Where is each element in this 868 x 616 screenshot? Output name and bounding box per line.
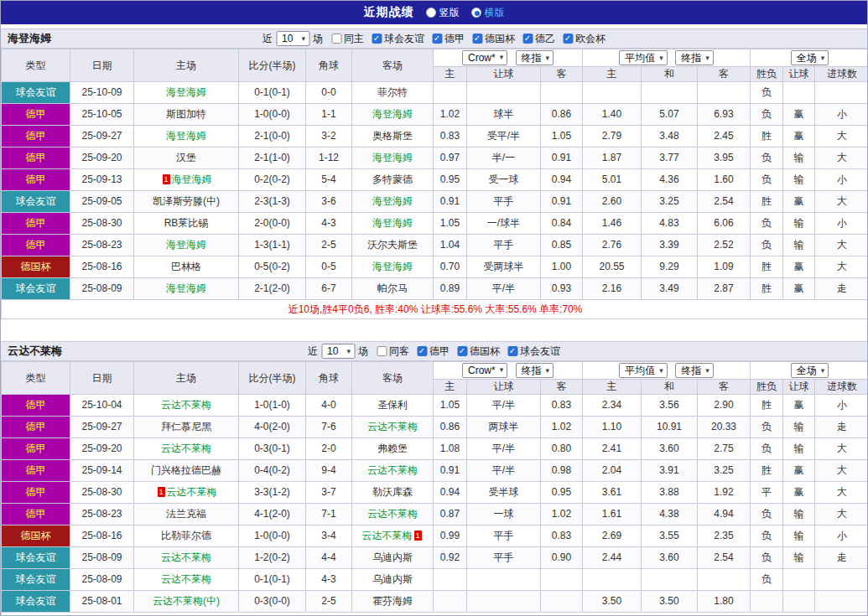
score-cell[interactable]: 3-3(1-2): [239, 482, 306, 504]
team-link[interactable]: 沃尔夫斯堡: [367, 239, 418, 251]
league-filter-checkbox[interactable]: ✓德甲: [417, 344, 450, 359]
team-link[interactable]: 海登海姆: [372, 152, 413, 163]
league-filter-checkbox[interactable]: ✓德甲: [432, 32, 465, 46]
team-link[interactable]: 海登海姆: [172, 173, 212, 185]
score-cell[interactable]: 2-1(1-0): [239, 148, 306, 169]
team-link[interactable]: 海登海姆: [166, 86, 206, 98]
team-link[interactable]: 云达不莱梅: [161, 399, 211, 411]
match-count-select[interactable]: 10▾: [321, 344, 355, 359]
team-link[interactable]: 云达不莱梅: [367, 508, 418, 520]
team-link[interactable]: 比勒菲尔德: [161, 530, 211, 541]
score-cell[interactable]: 1-3(1-1): [239, 235, 306, 256]
team-link[interactable]: 奥格斯堡: [372, 130, 413, 142]
league-filter-checkbox[interactable]: ✓球会友谊: [372, 32, 424, 46]
scope-select[interactable]: 全场▾: [791, 50, 829, 65]
league-filter-checkbox[interactable]: ✓欧会杯: [563, 32, 606, 46]
layout-option-vertical[interactable]: 竖版: [426, 6, 460, 20]
layout-option-horizontal[interactable]: 横版: [471, 6, 505, 20]
score-cell[interactable]: 4-0(2-0): [239, 417, 306, 438]
team-link[interactable]: 凯泽斯劳滕(中): [153, 195, 220, 207]
team-link[interactable]: 云达不莱梅: [161, 443, 211, 454]
score-cell[interactable]: 0-1(0-1): [239, 569, 306, 591]
team-link[interactable]: 多特蒙德: [372, 173, 413, 185]
ah-home-odds-cell: 0.95: [434, 169, 467, 191]
ah-bookmaker-select[interactable]: Crow*▾: [462, 50, 507, 65]
league-filter-checkbox[interactable]: 同主: [331, 32, 364, 46]
league-filter-checkbox[interactable]: ✓球会友谊: [507, 344, 560, 359]
ah-line-cell: 平/半: [467, 438, 541, 460]
away-team-cell: 乌迪内斯: [352, 569, 434, 591]
handicap-result-cell: 赢: [783, 395, 815, 417]
league-filter-checkbox[interactable]: ✓德国杯: [457, 344, 500, 359]
team-link[interactable]: 帕尔马: [377, 282, 408, 294]
team-link[interactable]: 云达不莱梅: [161, 551, 211, 563]
team-link[interactable]: 巴林格: [171, 261, 201, 272]
score-cell[interactable]: 2-1(0-0): [239, 126, 306, 148]
team-link[interactable]: 云达不莱梅: [362, 530, 413, 541]
score-cell[interactable]: 4-1(2-0): [239, 504, 306, 525]
team-link[interactable]: 圣保利: [377, 399, 408, 411]
team-link[interactable]: 云达不莱梅: [167, 486, 217, 498]
team-link[interactable]: 汉堡: [176, 152, 196, 163]
team-link[interactable]: 拜仁慕尼黑: [161, 421, 211, 432]
league-type-cell: 球会友谊: [2, 591, 70, 613]
league-filter-checkbox[interactable]: ✓德国杯: [472, 32, 515, 46]
score-cell[interactable]: 1-0(1-0): [239, 395, 306, 417]
team-link[interactable]: 海登海姆: [166, 239, 206, 251]
score-cell[interactable]: 0-4(0-2): [239, 460, 306, 482]
team-link[interactable]: 海登海姆: [372, 195, 413, 207]
ah-line-cell: 受半球: [467, 482, 541, 504]
team-link[interactable]: 海登海姆: [372, 108, 413, 120]
wdl-result-cell: [751, 591, 783, 613]
score-cell[interactable]: 0-3(0-1): [239, 438, 306, 460]
team-link[interactable]: 乌迪内斯: [372, 573, 413, 585]
team-link[interactable]: 海登海姆: [372, 261, 413, 272]
wdl-result-cell: 负: [751, 417, 783, 438]
ah-bookmaker-select[interactable]: Crow*▾: [462, 363, 507, 378]
team-link[interactable]: 海登海姆: [372, 217, 413, 229]
score-cell[interactable]: 0-2(0-2): [239, 169, 306, 191]
ah-stage-select[interactable]: 终指▾: [516, 50, 554, 65]
team-link[interactable]: 云达不莱梅: [161, 573, 211, 585]
team-link[interactable]: 云达不莱梅: [367, 464, 418, 476]
match-count-select[interactable]: 10▾: [276, 31, 309, 46]
scope-select[interactable]: 全场▾: [791, 363, 829, 378]
team-link[interactable]: 霍芬海姆: [372, 595, 413, 607]
matches-table: 类型 日期 主场 比分(半场) 角球 客场 Crow*▾ 终指▾ 平均值▾ 终指…: [1, 49, 868, 319]
team-link[interactable]: 勒沃库森: [372, 486, 413, 498]
score-cell[interactable]: 1-0(0-0): [239, 525, 306, 547]
team-link[interactable]: 法兰克福: [166, 508, 206, 520]
team-link[interactable]: 海登海姆: [166, 130, 206, 142]
ah-stage-select[interactable]: 终指▾: [516, 363, 554, 378]
team-link[interactable]: 菲尔特: [377, 86, 408, 98]
eu-away-odds-cell: 2.75: [698, 438, 751, 460]
score-cell[interactable]: 2-0(0-0): [239, 213, 306, 235]
team-link[interactable]: 斯图加特: [166, 108, 206, 120]
ah-away-odds-cell: 0.95: [541, 482, 583, 504]
team-link[interactable]: 云达不莱梅(中): [153, 595, 220, 607]
eu-stage-select[interactable]: 终指▾: [675, 363, 714, 378]
team-link[interactable]: RB莱比锡: [164, 217, 209, 229]
league-filter-checkbox[interactable]: ✓德乙: [522, 32, 555, 46]
ah-line-cell: 两球半: [467, 417, 541, 438]
team-link[interactable]: 云达不莱梅: [367, 421, 418, 432]
score-cell[interactable]: 0-5(0-2): [239, 256, 306, 278]
eu-source-select[interactable]: 平均值▾: [619, 363, 668, 378]
home-team-cell: 法兰克福: [134, 504, 239, 525]
score-cell[interactable]: 1-0(0-0): [239, 104, 306, 126]
score-cell[interactable]: 1-2(0-2): [239, 547, 306, 569]
league-filter-checkbox[interactable]: 同客: [377, 344, 409, 359]
team-link[interactable]: 海登海姆: [166, 282, 206, 294]
team-link[interactable]: 弗赖堡: [377, 443, 408, 454]
team-link[interactable]: 门兴格拉德巴赫: [151, 464, 221, 476]
eu-stage-value: 终指: [681, 51, 701, 65]
eu-stage-select[interactable]: 终指▾: [675, 50, 714, 65]
eu-source-select[interactable]: 平均值▾: [619, 50, 668, 65]
corner-cell: 3-7: [306, 482, 352, 504]
score-cell[interactable]: 0-1(0-1): [239, 82, 306, 104]
score-cell[interactable]: 2-3(1-3): [239, 191, 306, 213]
score-cell[interactable]: 0-3(0-0): [239, 591, 306, 613]
score-cell[interactable]: 2-1(2-0): [239, 278, 306, 300]
eu-away-odds-cell: 2.45: [698, 126, 751, 148]
team-link[interactable]: 乌迪内斯: [372, 551, 413, 563]
